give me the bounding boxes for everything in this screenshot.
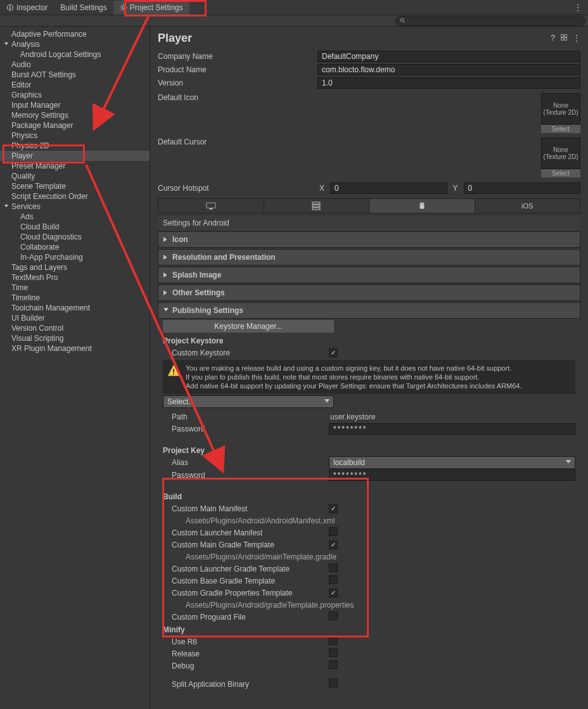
- fold-resolution[interactable]: Resolution and Presentation: [158, 249, 580, 265]
- clm-checkbox[interactable]: [329, 527, 338, 536]
- sidebar-item-graphics[interactable]: Graphics: [0, 90, 150, 100]
- keystore-password-input[interactable]: [329, 423, 575, 435]
- debug-checkbox[interactable]: [329, 660, 338, 669]
- sidebar-item-services[interactable]: Services: [0, 201, 150, 212]
- android-icon: [418, 201, 426, 210]
- sidebar-item-analysis[interactable]: Analysis: [0, 39, 150, 49]
- svg-line-5: [404, 21, 406, 23]
- svg-rect-6: [561, 35, 564, 37]
- sidebar-item-physics-2d[interactable]: Physics 2D: [0, 141, 150, 151]
- sidebar-item-version-control[interactable]: Version Control: [0, 323, 150, 333]
- sidebar-item-editor[interactable]: Editor: [0, 80, 150, 90]
- svg-point-4: [400, 18, 404, 22]
- sidebar-item-physics[interactable]: Physics: [0, 131, 150, 141]
- clgt-checkbox[interactable]: [329, 563, 338, 572]
- sidebar-item-cloud-build[interactable]: Cloud Build: [0, 222, 150, 232]
- sidebar-item-toolchain-management[interactable]: Toolchain Management: [0, 303, 150, 313]
- sidebar-item-ui-builder[interactable]: UI Builder: [0, 313, 150, 323]
- release-label: Release: [163, 649, 329, 658]
- svg-point-3: [122, 6, 125, 9]
- sidebar-item-audio[interactable]: Audio: [0, 60, 150, 70]
- sidebar-item-tags-and-layers[interactable]: Tags and Layers: [0, 262, 150, 272]
- help-icon[interactable]: ?: [551, 34, 555, 43]
- cmm-checkbox[interactable]: [329, 504, 338, 513]
- svg-rect-10: [207, 203, 215, 208]
- default-icon-thumb[interactable]: None (Texture 2D) Select: [541, 93, 580, 133]
- keystore-manager-button[interactable]: Keystore Manager...: [163, 320, 334, 333]
- sidebar-item-android-logcat-settings[interactable]: Android Logcat Settings: [0, 49, 150, 60]
- cpf-checkbox[interactable]: [329, 611, 338, 620]
- sidebar-item-scene-template[interactable]: Scene Template: [0, 181, 150, 191]
- company-label: Company Name: [158, 52, 317, 61]
- version-input[interactable]: [317, 77, 580, 89]
- platform-tab-android[interactable]: [369, 199, 475, 213]
- sidebar-item-cloud-diagnostics[interactable]: Cloud Diagnostics: [0, 232, 150, 242]
- svg-rect-2: [10, 6, 11, 7]
- build-section-label: Build: [158, 490, 580, 502]
- cursor-hotspot-label: Cursor Hotspot: [158, 184, 317, 193]
- sidebar-item-time[interactable]: Time: [0, 283, 150, 293]
- tab-project-settings[interactable]: Project Settings: [113, 1, 189, 15]
- platform-tab-ios[interactable]: iOS: [475, 199, 580, 213]
- panel-menu-button[interactable]: ⋮: [573, 34, 580, 43]
- presets-icon[interactable]: [560, 34, 568, 43]
- sidebar-item-memory-settings[interactable]: Memory Settings: [0, 110, 150, 120]
- sidebar-item-burst-aot-settings[interactable]: Burst AOT Settings: [0, 70, 150, 80]
- product-input[interactable]: [317, 64, 580, 75]
- minify-section-label: Minify: [158, 623, 580, 636]
- sab-checkbox[interactable]: [329, 679, 338, 687]
- sidebar-item-preset-manager[interactable]: Preset Manager: [0, 161, 150, 171]
- cgpt-checkbox[interactable]: [329, 589, 338, 597]
- keystore-password-label: Password: [163, 425, 329, 433]
- default-icon-label: Default Icon: [158, 93, 317, 102]
- platform-tab-server[interactable]: [264, 199, 370, 213]
- sidebar-item-collaborate[interactable]: Collaborate: [0, 242, 150, 252]
- sidebar-item-script-execution-order[interactable]: Script Execution Order: [0, 191, 150, 201]
- search-row: [0, 15, 588, 27]
- default-cursor-thumb[interactable]: None (Texture 2D) Select: [541, 137, 580, 177]
- cmgt-checkbox[interactable]: [329, 540, 338, 549]
- tab-inspector[interactable]: Inspector: [0, 1, 54, 15]
- key-password-input[interactable]: [329, 469, 575, 481]
- search-input[interactable]: [395, 16, 585, 26]
- sidebar-item-visual-scripting[interactable]: Visual Scripting: [0, 333, 150, 343]
- tab-menu-button[interactable]: ⋮: [568, 3, 588, 12]
- release-checkbox[interactable]: [329, 648, 338, 657]
- default-cursor-select[interactable]: Select: [541, 169, 580, 177]
- alias-dropdown[interactable]: localbuild: [329, 456, 575, 469]
- fold-icon[interactable]: Icon: [158, 231, 580, 248]
- fold-splash[interactable]: Splash Image: [158, 267, 580, 283]
- cgpt-path: Assets/Plugins/Android/gradleTemplate.pr…: [163, 601, 354, 610]
- hotspot-y-input[interactable]: [464, 182, 581, 194]
- settings-content: Player ? ⋮ Company Name Product Name Ver…: [150, 27, 588, 709]
- warn-l2: If you plan to publish this build, note …: [186, 373, 522, 381]
- tab-build-settings[interactable]: Build Settings: [54, 1, 113, 15]
- custom-keystore-checkbox[interactable]: [329, 348, 338, 357]
- project-key-label: Project Key: [158, 444, 580, 456]
- cbgt-checkbox[interactable]: [329, 575, 338, 584]
- tab-project-label: Project Settings: [130, 3, 183, 12]
- hotspot-x-input[interactable]: [330, 182, 447, 194]
- keystore-select-dropdown[interactable]: Select...: [163, 395, 334, 408]
- sidebar-item-adaptive-performance[interactable]: Adaptive Performance: [0, 29, 150, 39]
- key-password-label: Password: [163, 471, 329, 480]
- sidebar-item-timeline[interactable]: Timeline: [0, 293, 150, 303]
- fold-other[interactable]: Other Settings: [158, 284, 580, 301]
- svg-line-16: [423, 202, 424, 203]
- sidebar-item-in-app-purchasing[interactable]: In-App Purchasing: [0, 252, 150, 262]
- sidebar-item-player[interactable]: Player: [0, 151, 150, 161]
- tex-type: (Texture 2D): [543, 109, 578, 116]
- sidebar-item-package-manager[interactable]: Package Manager: [0, 120, 150, 131]
- svg-rect-18: [173, 374, 174, 375]
- company-input[interactable]: [317, 51, 580, 62]
- fold-publishing[interactable]: Publishing Settings: [158, 302, 580, 319]
- platform-tab-standalone[interactable]: [158, 199, 264, 213]
- sidebar-item-quality[interactable]: Quality: [0, 171, 150, 181]
- sidebar-item-xr-plugin-management[interactable]: XR Plugin Management: [0, 343, 150, 354]
- sidebar-item-textmesh-pro[interactable]: TextMesh Pro: [0, 272, 150, 283]
- sidebar-item-ads[interactable]: Ads: [0, 212, 150, 222]
- r8-checkbox[interactable]: [329, 636, 338, 645]
- default-icon-select[interactable]: Select: [541, 125, 580, 133]
- project-keystore-label: Project Keystore: [158, 334, 580, 347]
- sidebar-item-input-manager[interactable]: Input Manager: [0, 100, 150, 110]
